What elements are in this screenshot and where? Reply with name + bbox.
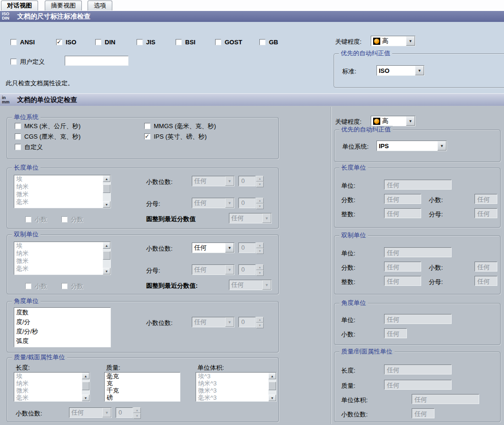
group-title: 双制单位 xyxy=(339,232,368,239)
checkbox-label: 小数 xyxy=(35,215,47,224)
list-item[interactable]: 克 xyxy=(105,380,180,387)
unit-system-select[interactable]: IPS ▼ xyxy=(376,141,447,151)
list-item: 埃 xyxy=(14,373,89,380)
standard-value: ISO xyxy=(377,66,415,75)
fraction-label: 分数: xyxy=(341,263,356,272)
checkbox-box xyxy=(56,39,62,45)
checkbox-iso[interactable]: ISO xyxy=(56,39,76,46)
fraction-field: 任何 xyxy=(384,262,421,272)
checkbox-cgs[interactable]: CGS (厘米、克、秒) xyxy=(15,133,80,140)
decimal-places-spinner: 0 ▲▼ xyxy=(238,317,264,327)
mass-length-list: 埃 纳米 微米 毫米 ▲ ▼ xyxy=(14,372,90,402)
integer-field: 任何 xyxy=(384,208,421,218)
scroll-down-icon[interactable]: ▼ xyxy=(103,201,110,208)
decimal-places-select: 任何 ▼ xyxy=(192,176,235,186)
list-item: 埃^3 xyxy=(196,373,276,380)
scroll-up-icon[interactable]: ▲ xyxy=(103,175,110,182)
list-item: 埃 xyxy=(14,175,110,183)
tab-options[interactable]: 选项 xyxy=(88,0,112,10)
checkbox-box xyxy=(137,39,143,45)
scroll-down-icon[interactable]: ▼ xyxy=(82,395,89,401)
scroll-down-icon[interactable]: ▼ xyxy=(268,395,276,401)
decimal-label: 小数: xyxy=(429,263,443,272)
decimal-field: 任何 xyxy=(474,194,497,204)
checkbox-box xyxy=(95,39,101,45)
list-item[interactable]: 度/分 xyxy=(14,317,110,327)
checkbox-box xyxy=(15,133,21,140)
ac-mass-section-units-group: 质量/剖面属性单位 长度: 任何 质量: 任何 单位体积: 任何 小数位数: 任… xyxy=(334,352,501,422)
checkbox-box xyxy=(215,39,221,45)
group-title: 角度单位 xyxy=(339,299,368,307)
decimal-places-label: 小数位数: xyxy=(146,319,173,327)
mass-label: 质量: xyxy=(106,364,120,372)
standard-label: 标准: xyxy=(342,67,356,76)
angular-units-list[interactable]: 度数 度/分 度/分/秒 弧度 xyxy=(14,307,111,347)
dual-units-group: 双制单位 埃 纳米 微米 毫米 ▲ ▼ 小数 分数 小数位数: 任何 ▼ xyxy=(7,234,279,294)
spinner-up-icon: ▲ xyxy=(256,243,264,248)
checkbox-mks[interactable]: MKS (米、公斤、秒) xyxy=(15,122,80,130)
checkbox-din[interactable]: DIN xyxy=(95,39,115,46)
scroll-down-icon[interactable]: ▼ xyxy=(103,268,110,274)
note-text: 此只检查文档属性设定。 xyxy=(6,79,74,88)
checkbox-box xyxy=(10,39,17,45)
list-scrollbar[interactable]: ▲ ▼ xyxy=(268,373,276,401)
tab-summary-view[interactable]: 摘要视图 xyxy=(45,0,82,10)
group-title: 长度单位 xyxy=(339,164,368,172)
list-item: 微米 xyxy=(14,257,110,265)
list-item: 毫米 xyxy=(14,394,89,401)
volume-field: 任何 xyxy=(412,394,479,404)
list-scrollbar[interactable]: ▲ ▼ xyxy=(103,175,110,208)
group-title: 质量/剖面属性单位 xyxy=(339,348,395,355)
checkbox-bsi[interactable]: BSI xyxy=(176,39,196,46)
group-title: 优先的自动纠正值 xyxy=(339,126,393,133)
ac-length-units-group: 长度单位 单位: 任何 分数: 任何 小数: 任何 整数: 任何 分母: 任何 xyxy=(334,168,501,228)
spinner-down-icon: ▼ xyxy=(256,248,264,254)
length-label: 长度: xyxy=(341,366,356,375)
chevron-down-icon: ▼ xyxy=(406,116,415,126)
checkbox-custom-units[interactable]: 自定义 xyxy=(15,143,43,151)
checkbox-box xyxy=(61,283,68,289)
checkbox-mmgs[interactable]: MMGS (毫米、克、秒) xyxy=(144,122,216,130)
scrollbar-thumb[interactable] xyxy=(82,382,89,390)
decimal-places-select[interactable]: 任何 ▼ xyxy=(192,243,235,253)
list-scrollbar[interactable]: ▲ ▼ xyxy=(103,242,110,274)
checkbox-ansi[interactable]: ANSI xyxy=(10,39,35,46)
scroll-up-icon[interactable]: ▲ xyxy=(268,373,276,379)
decimal-places-spinner: 0 ▲▼ xyxy=(116,407,141,418)
decimal-checkbox: 小数 xyxy=(25,216,47,223)
chevron-down-icon: ▼ xyxy=(437,141,446,151)
checkbox-label: 分数 xyxy=(71,215,83,224)
list-scrollbar[interactable]: ▲ ▼ xyxy=(82,373,89,401)
criticality-select[interactable]: 高 ▼ xyxy=(371,36,415,46)
list-item[interactable]: 度/分/秒 xyxy=(14,327,110,336)
criticality-label: 关键程度: xyxy=(335,38,362,46)
checkbox-label: GB xyxy=(269,39,278,46)
list-item[interactable]: 千克 xyxy=(105,387,180,394)
length-field: 任何 xyxy=(384,364,452,374)
scrollbar-thumb[interactable] xyxy=(268,382,276,390)
group-title: 优先的自动纠正值 xyxy=(339,50,392,57)
custom-standard-input[interactable] xyxy=(65,56,128,66)
units-criticality-select[interactable]: 高 ▼ xyxy=(371,116,415,126)
custom-standard-checkbox[interactable]: 用户定义 xyxy=(10,58,45,65)
list-item[interactable]: 磅 xyxy=(105,394,180,401)
checkbox-label: IPS (英寸、磅、秒) xyxy=(154,132,207,141)
standard-select[interactable]: ISO ▼ xyxy=(376,65,425,76)
list-item[interactable]: 弧度 xyxy=(14,336,110,346)
checkbox-gost[interactable]: GOST xyxy=(215,39,242,46)
fraction-field: 任何 xyxy=(384,194,421,204)
list-item[interactable]: 毫克 xyxy=(105,373,180,380)
checkbox-gb[interactable]: GB xyxy=(259,39,278,46)
scroll-up-icon[interactable]: ▲ xyxy=(103,242,110,249)
list-item[interactable]: 度数 xyxy=(14,308,110,317)
scroll-up-icon[interactable]: ▲ xyxy=(82,373,89,379)
scrollbar-thumb[interactable] xyxy=(103,184,110,193)
decimal-places-spinner: 0 ▲▼ xyxy=(238,176,264,186)
mass-list[interactable]: 毫克 克 千克 磅 xyxy=(104,372,180,402)
iso-din-icon: ISODIN xyxy=(2,12,10,20)
checkbox-ips[interactable]: IPS (英寸、磅、秒) xyxy=(144,133,207,140)
checkbox-jis[interactable]: JIS xyxy=(137,39,156,46)
mass-section-units-group: 质量/截面属性单位 长度: 埃 纳米 微米 毫米 ▲ ▼ 质量: 毫克 克 千克… xyxy=(7,357,279,422)
tab-dialog-view[interactable]: 对话视图 xyxy=(1,0,38,10)
scrollbar-thumb[interactable] xyxy=(103,251,110,260)
